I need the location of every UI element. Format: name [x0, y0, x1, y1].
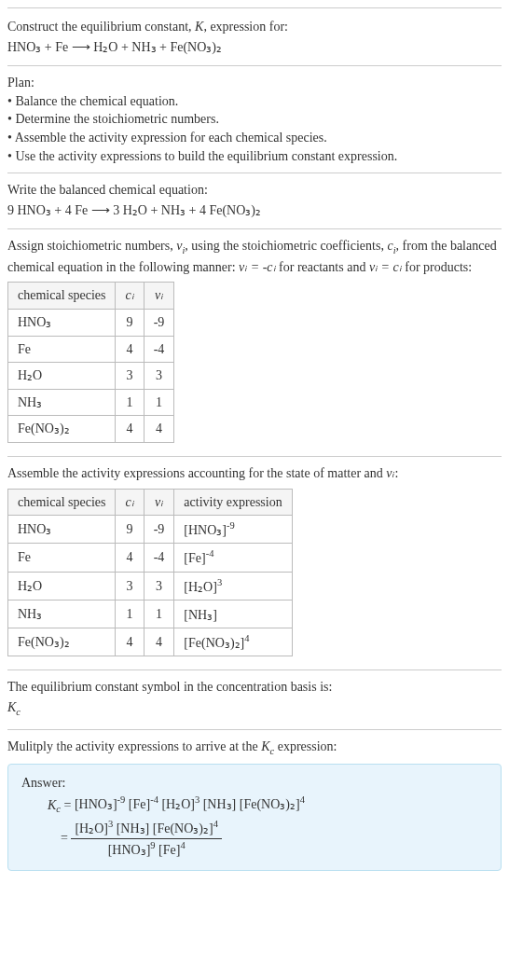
cell: 1: [116, 600, 144, 628]
balanced-equation: 9 HNO₃ + 4 Fe ⟶ 3 H₂O + NH₃ + 4 Fe(NO₃)₂: [7, 201, 502, 220]
plan-item: • Determine the stoichiometric numbers.: [7, 110, 502, 129]
header-text1: Construct the equilibrium constant,: [7, 20, 195, 34]
multiply-t1: Mulitply the activity expressions to arr…: [7, 739, 261, 753]
cell: H₂O: [8, 572, 116, 600]
table-row: H₂O33: [8, 363, 174, 390]
plan-title: Plan:: [7, 74, 502, 92]
multiply-t2: expression:: [274, 739, 337, 753]
cell: -4: [144, 336, 174, 363]
cell: Fe(NO₃)₂: [8, 628, 116, 656]
header-section: Construct the equilibrium constant, K, e…: [7, 7, 502, 65]
cell: 9: [116, 310, 144, 337]
table-row: HNO₃9-9[HNO₃]-9: [8, 516, 293, 544]
answer-body: Kc = [HNO₃]-9 [Fe]-4 [H₂O]3 [NH₃] [Fe(NO…: [21, 794, 488, 860]
expr-base: [H₂O]: [184, 579, 217, 593]
stoich-table: chemical species cᵢ νᵢ HNO₃9-9 Fe4-4 H₂O…: [7, 282, 174, 443]
expr-sup: 4: [244, 633, 249, 643]
th-species: chemical species: [8, 283, 116, 310]
th-activity: activity expression: [174, 489, 292, 516]
th-nui: νᵢ: [144, 489, 174, 516]
assign-t4: for reactants and: [276, 260, 369, 274]
base: [Fe]: [125, 797, 150, 811]
cell: [NH₃]: [174, 600, 292, 628]
plan-section: Plan: • Balance the chemical equation. •…: [7, 65, 502, 173]
cell: 3: [116, 363, 144, 390]
eqconst-section: The equilibrium constant symbol in the c…: [7, 669, 502, 728]
k-symbol: K: [7, 700, 16, 714]
expr-sup: -9: [227, 520, 235, 531]
term: [H₂O]3: [75, 821, 113, 835]
table-row: Fe(NO₃)₂44[Fe(NO₃)₂]4: [8, 628, 293, 656]
header-equation: HNO₃ + Fe ⟶ H₂O + NH₃ + Fe(NO₃)₂: [7, 38, 502, 57]
assign-section: Assign stoichiometric numbers, νi, using…: [7, 228, 502, 456]
cell: -9: [144, 516, 174, 544]
sup: 4: [213, 820, 218, 830]
base: [NH₃]: [199, 797, 236, 811]
cell: 3: [144, 363, 174, 390]
eqconst-symbol: Kc: [7, 698, 502, 719]
plan-item: • Use the activity expressions to build …: [7, 147, 502, 166]
th-species: chemical species: [8, 489, 116, 516]
cell: [Fe(NO₃)₂]4: [174, 628, 292, 656]
sup: 4: [180, 840, 185, 850]
cell: 4: [116, 336, 144, 363]
header-text1b: , expression for:: [203, 20, 288, 34]
cell: 3: [116, 572, 144, 600]
term: [Fe]4: [156, 843, 186, 857]
term: [Fe(NO₃)₂]4: [236, 797, 305, 811]
base: [H₂O]: [158, 797, 195, 811]
plan-item: • Assemble the activity expression for e…: [7, 129, 502, 147]
numerator: [H₂O]3 [NH₃] [Fe(NO₃)₂]4: [71, 819, 221, 839]
cell: HNO₃: [8, 516, 116, 544]
cell: 1: [116, 389, 144, 416]
k-symbol: K: [261, 739, 269, 753]
table-row: H₂O33[H₂O]3: [8, 572, 293, 600]
sup: -4: [150, 795, 158, 806]
base: [Fe(NO₃)₂]: [236, 797, 299, 811]
cell: -4: [144, 544, 174, 572]
cell: 9: [116, 516, 144, 544]
cell: -9: [144, 310, 174, 337]
activity-table: chemical species cᵢ νᵢ activity expressi…: [7, 489, 293, 657]
answer-label: Answer:: [21, 774, 488, 793]
assign-text: Assign stoichiometric numbers, νi, using…: [7, 237, 502, 276]
expr-base: [Fe]: [184, 551, 205, 565]
assign-t2: , using the stoichiometric coefficients,: [185, 239, 387, 253]
eq1: νᵢ = -cᵢ: [239, 260, 276, 274]
k-symbol: K: [195, 20, 203, 34]
term: [HNO₃]-9: [75, 797, 125, 811]
cell: [HNO₃]-9: [174, 516, 292, 544]
cell: [Fe]-4: [174, 544, 292, 572]
cell: 4: [116, 628, 144, 656]
th-ci: cᵢ: [116, 283, 144, 310]
term: [H₂O]3: [158, 797, 199, 811]
cell: 1: [144, 600, 174, 628]
cell: 4: [116, 544, 144, 572]
cell: 3: [144, 572, 174, 600]
eq2: νᵢ = cᵢ: [369, 260, 402, 274]
answer-line1: Kc = [HNO₃]-9 [Fe]-4 [H₂O]3 [NH₃] [Fe(NO…: [48, 794, 488, 817]
table-row: NH₃11: [8, 389, 174, 416]
cell: 4: [116, 416, 144, 443]
k-sub: c: [16, 707, 21, 717]
term: [NH₃]: [113, 821, 149, 835]
base: [H₂O]: [75, 821, 108, 835]
eq-sign: =: [61, 831, 71, 845]
multiply-text: Mulitply the activity expressions to arr…: [7, 738, 502, 758]
th-ci: cᵢ: [116, 489, 144, 516]
expr-base: [Fe(NO₃)₂]: [184, 636, 244, 650]
balanced-title: Write the balanced chemical equation:: [7, 181, 502, 200]
multiply-section: Mulitply the activity expressions to arr…: [7, 729, 502, 879]
cell: H₂O: [8, 363, 116, 390]
cell: NH₃: [8, 389, 116, 416]
assemble-t2: :: [395, 466, 399, 480]
table-row: NH₃11[NH₃]: [8, 600, 293, 628]
plan-item: • Balance the chemical equation.: [7, 92, 502, 111]
eqconst-text: The equilibrium constant symbol in the c…: [7, 678, 502, 697]
cell: Fe: [8, 544, 116, 572]
table-row: Fe4-4: [8, 336, 174, 363]
term: [Fe(NO₃)₂]4: [149, 821, 218, 835]
balanced-section: Write the balanced chemical equation: 9 …: [7, 173, 502, 228]
cell: Fe: [8, 336, 116, 363]
table-row: HNO₃9-9: [8, 310, 174, 337]
